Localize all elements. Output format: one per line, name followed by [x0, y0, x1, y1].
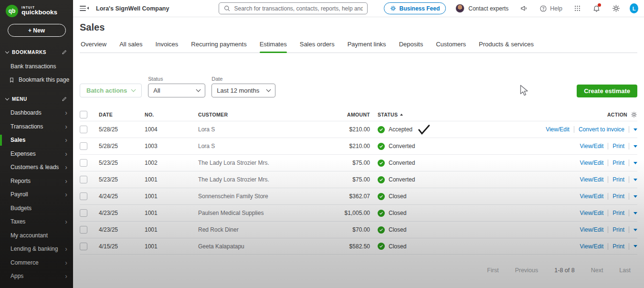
bookmarks-section-header[interactable]: BOOKMARKS [0, 47, 73, 57]
secondary-action-link[interactable]: Print [612, 176, 624, 183]
view-edit-link[interactable]: View/Edit [580, 143, 604, 149]
tab[interactable]: Products & services [479, 41, 534, 53]
sidebar-menu-item[interactable]: Sales › [0, 133, 73, 147]
sidebar-item-bank-transactions[interactable]: Bank transactions [0, 60, 73, 73]
secondary-action-link[interactable]: Print [612, 243, 624, 250]
contact-experts-button[interactable]: Contact experts [455, 4, 508, 13]
customer-name-link[interactable]: Paulsen Medical Supplies [198, 210, 317, 216]
new-button[interactable]: + New [8, 24, 66, 37]
customer-name-link[interactable]: Lora S [198, 143, 317, 149]
action-dropdown-caret[interactable] [633, 195, 637, 198]
row-checkbox[interactable] [80, 126, 87, 133]
row-checkbox[interactable] [80, 192, 87, 200]
action-dropdown-caret[interactable] [633, 145, 637, 148]
help-button[interactable]: Help [539, 5, 562, 12]
pagination-previous[interactable]: Previous [515, 267, 538, 274]
secondary-action-link[interactable]: Print [612, 193, 624, 200]
row-checkbox[interactable] [80, 209, 87, 217]
sidebar-menu-item[interactable]: Taxes › [0, 215, 73, 229]
customer-name-link[interactable]: Red Rock Diner [198, 226, 317, 233]
sidebar-menu-item[interactable]: My accountant [0, 229, 73, 243]
menu-section-header[interactable]: MENU [0, 94, 73, 104]
no-header[interactable]: NO. [145, 112, 198, 117]
pagination-last[interactable]: Last [619, 267, 631, 274]
view-edit-link[interactable]: View/Edit [580, 210, 604, 216]
customer-header[interactable]: CUSTOMER [198, 112, 317, 117]
announcements-megaphone-icon[interactable] [520, 4, 528, 12]
status-header[interactable]: STATUS [371, 112, 485, 117]
view-edit-link[interactable]: View/Edit [580, 193, 604, 200]
sidebar-menu-item[interactable]: Lending & banking › [0, 242, 73, 256]
sidebar-menu-item[interactable]: Customers & leads › [0, 160, 73, 174]
secondary-action-link[interactable]: Print [612, 210, 624, 216]
customer-name-link[interactable]: Lora S [198, 126, 317, 133]
quickbooks-logo[interactable]: qb INTUIT quickbooks [0, 0, 73, 17]
tab[interactable]: All sales [119, 41, 142, 53]
edit-pencil-icon[interactable] [62, 96, 67, 102]
sidebar-menu-item[interactable]: Expenses › [0, 147, 73, 161]
row-checkbox[interactable] [80, 226, 87, 234]
row-checkbox[interactable] [80, 243, 87, 250]
action-dropdown-caret[interactable] [633, 245, 637, 247]
action-dropdown-caret[interactable] [633, 162, 637, 164]
date-header[interactable]: DATE [99, 112, 145, 117]
collapse-sidebar-icon[interactable] [80, 6, 89, 11]
action-dropdown-caret[interactable] [633, 212, 637, 214]
business-feed-button[interactable]: Business Feed [384, 2, 446, 14]
row-checkbox[interactable] [80, 176, 87, 183]
company-name[interactable]: Lora's SignWell Company [96, 5, 169, 12]
settings-gear-icon[interactable] [612, 4, 620, 12]
status-filter-select[interactable]: All [148, 84, 205, 97]
customer-name-link[interactable]: Geeta Kalapatapu [198, 243, 317, 250]
secondary-action-link[interactable]: Convert to invoice [579, 126, 624, 133]
tab[interactable]: Customers [436, 41, 466, 53]
tab[interactable]: Sales orders [300, 41, 335, 53]
sidebar-menu-item[interactable]: Budgets [0, 202, 73, 215]
table-settings-gear-icon[interactable] [631, 111, 637, 118]
batch-actions-button[interactable]: Batch actions [80, 84, 142, 97]
secondary-action-link[interactable]: Print [612, 160, 624, 166]
sidebar-menu-item[interactable]: Commerce › [0, 256, 73, 270]
row-checkbox[interactable] [80, 142, 87, 150]
secondary-action-link[interactable]: Print [612, 143, 624, 149]
sidebar-menu-item[interactable]: Apps › [0, 269, 73, 283]
view-edit-link[interactable]: View/Edit [580, 176, 604, 183]
customer-name-link[interactable]: The Lady Lora Strozier Mrs. [198, 176, 317, 183]
tab[interactable]: Estimates [260, 41, 287, 53]
sidebar-menu-item[interactable]: Transactions › [0, 120, 73, 134]
view-edit-link[interactable]: View/Edit [580, 243, 604, 250]
select-all-checkbox[interactable] [80, 111, 87, 118]
sidebar-menu-item[interactable]: Payroll › [0, 188, 73, 202]
customer-name-link[interactable]: Sonnenschein Family Store [198, 193, 317, 200]
notifications-bell-icon[interactable] [592, 4, 601, 12]
date-filter-select[interactable]: Last 12 months [211, 84, 275, 97]
app-grid-icon[interactable] [574, 5, 581, 12]
action-dropdown-caret[interactable] [633, 179, 637, 181]
tab[interactable]: Invoices [156, 41, 179, 53]
sidebar-menu-item[interactable]: Reports › [0, 174, 73, 188]
create-estimate-button[interactable]: Create estimate [577, 85, 637, 97]
action-dropdown-caret[interactable] [633, 128, 637, 131]
search-input[interactable] [234, 5, 362, 12]
estimate-date: 4/23/25 [99, 210, 145, 216]
view-edit-link[interactable]: View/Edit [580, 226, 604, 233]
action-dropdown-caret[interactable] [633, 229, 637, 231]
secondary-action-link[interactable]: Print [612, 226, 624, 233]
tab[interactable]: Payment links [348, 41, 386, 53]
pagination-first[interactable]: First [487, 267, 498, 274]
sidebar-menu-item[interactable]: Dashboards › [0, 106, 73, 120]
customer-name-link[interactable]: The Lady Lora Strozier Mrs. [198, 160, 317, 166]
view-edit-link[interactable]: View/Edit [580, 160, 604, 166]
global-search[interactable] [219, 2, 367, 14]
view-edit-link[interactable]: View/Edit [546, 126, 570, 133]
edit-pencil-icon[interactable] [62, 49, 67, 55]
tab[interactable]: Overview [81, 41, 106, 53]
sidebar-item-bookmark-this-page[interactable]: Bookmark this page [0, 73, 73, 86]
amount-header[interactable]: AMOUNT [317, 112, 371, 117]
row-checkbox[interactable] [80, 159, 87, 167]
tab[interactable]: Deposits [399, 41, 423, 53]
pagination-next[interactable]: Next [591, 267, 603, 274]
user-avatar[interactable]: L [630, 3, 638, 13]
tab[interactable]: Recurring payments [191, 41, 246, 53]
pagination-range: 1-8 of 8 [554, 267, 574, 274]
